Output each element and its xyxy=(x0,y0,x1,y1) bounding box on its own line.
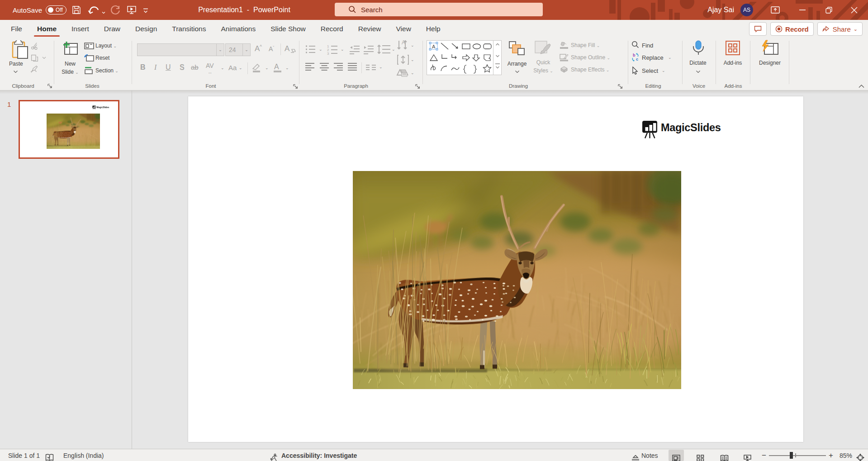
svg-text:A: A xyxy=(432,44,436,49)
svg-text:c: c xyxy=(636,57,638,62)
svg-text:b: b xyxy=(633,53,636,57)
svg-text:3: 3 xyxy=(327,52,329,55)
svg-text:MagicSlides: MagicSlides xyxy=(97,106,109,109)
svg-text:A: A xyxy=(402,40,405,46)
svg-text:MagicSlides: MagicSlides xyxy=(661,122,721,133)
